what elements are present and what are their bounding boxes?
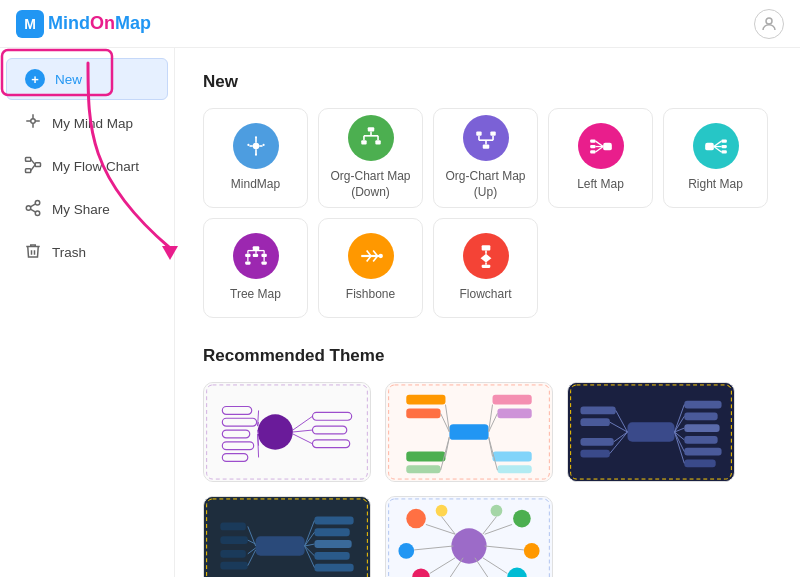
map-card-mindmap[interactable]: MindMap [203, 108, 308, 208]
org-chart-up-label: Org-Chart Map (Up) [434, 169, 537, 200]
map-card-left-map[interactable]: Left Map [548, 108, 653, 208]
svg-line-46 [713, 141, 721, 146]
svg-point-13 [35, 211, 40, 216]
layout: + New My Mind Map [0, 48, 800, 577]
svg-rect-118 [684, 459, 715, 467]
map-grid: MindMap Org-Chart Map(Down) [203, 108, 772, 318]
left-map-icon [578, 123, 624, 169]
svg-rect-117 [684, 448, 721, 456]
svg-rect-43 [721, 145, 726, 148]
svg-rect-30 [490, 132, 495, 136]
svg-rect-121 [580, 438, 613, 446]
theme-card-2[interactable] [385, 382, 553, 482]
svg-line-41 [595, 147, 603, 152]
map-card-org-chart-down[interactable]: Org-Chart Map(Down) [318, 108, 423, 208]
svg-line-10 [31, 165, 36, 171]
svg-point-157 [406, 509, 426, 529]
map-card-flowchart[interactable]: Flowchart [433, 218, 538, 318]
theme-preview-1 [204, 383, 370, 481]
sidebar-item-flow-chart[interactable]: My Flow Chart [6, 146, 168, 187]
sidebar-item-mind-map[interactable]: My Mind Map [6, 102, 168, 144]
svg-rect-98 [406, 452, 445, 462]
theme-card-4[interactable] [203, 496, 371, 577]
svg-rect-143 [220, 550, 245, 558]
svg-rect-54 [261, 262, 266, 265]
theme-preview-4 [204, 497, 370, 577]
org-chart-down-label: Org-Chart Map(Down) [330, 169, 410, 200]
svg-rect-29 [476, 132, 481, 136]
sidebar-item-flow-chart-label: My Flow Chart [52, 159, 139, 174]
svg-rect-8 [26, 169, 31, 173]
svg-rect-6 [26, 158, 31, 162]
svg-rect-137 [314, 528, 349, 536]
svg-rect-69 [481, 265, 490, 268]
svg-point-66 [378, 254, 382, 258]
theme-preview-5 [386, 497, 552, 577]
user-avatar-icon[interactable] [754, 9, 784, 39]
sidebar-item-share[interactable]: My Share [6, 189, 168, 230]
logo: M MindOnMap [16, 10, 151, 38]
svg-rect-42 [721, 140, 726, 143]
theme-card-5[interactable] [385, 496, 553, 577]
fishbone-label: Fishbone [346, 287, 395, 303]
svg-point-164 [491, 505, 503, 517]
svg-point-1 [31, 119, 36, 124]
map-card-org-chart-up[interactable]: Org-Chart Map (Up) [433, 108, 538, 208]
svg-point-158 [513, 510, 531, 528]
svg-point-11 [35, 201, 40, 206]
svg-rect-139 [314, 552, 349, 560]
svg-rect-114 [684, 412, 717, 420]
right-map-icon [693, 123, 739, 169]
sidebar-item-trash-label: Trash [52, 245, 86, 260]
theme-card-3[interactable] [567, 382, 735, 482]
svg-rect-44 [721, 151, 726, 154]
svg-rect-144 [220, 562, 247, 570]
svg-rect-112 [627, 422, 674, 442]
theme-grid [203, 382, 772, 577]
svg-rect-136 [314, 517, 353, 525]
svg-rect-120 [580, 418, 609, 426]
svg-point-16 [252, 143, 259, 150]
svg-rect-37 [590, 151, 595, 154]
svg-rect-21 [367, 128, 374, 132]
sidebar-item-new-label: New [55, 72, 82, 87]
svg-rect-116 [684, 436, 717, 444]
svg-rect-52 [261, 254, 266, 257]
svg-point-159 [398, 543, 414, 559]
svg-rect-93 [449, 424, 488, 440]
flowchart-icon [463, 233, 509, 279]
svg-rect-45 [705, 143, 714, 151]
org-chart-down-icon [348, 115, 394, 161]
sidebar-item-trash[interactable]: Trash [6, 232, 168, 273]
theme-card-1[interactable] [203, 382, 371, 482]
fishbone-icon [348, 233, 394, 279]
org-chart-up-icon [463, 115, 509, 161]
recommended-section-title: Recommended Theme [203, 346, 772, 366]
plus-icon: + [25, 69, 45, 89]
sidebar-item-mind-map-label: My Mind Map [52, 116, 133, 131]
sidebar-item-share-label: My Share [52, 202, 110, 217]
svg-rect-38 [603, 143, 612, 151]
svg-rect-7 [35, 163, 40, 167]
tree-map-label: Tree Map [230, 287, 281, 303]
map-card-tree-map[interactable]: Tree Map [203, 218, 308, 318]
svg-line-14 [30, 209, 35, 212]
svg-rect-51 [252, 254, 257, 257]
trash-icon [24, 242, 42, 263]
svg-rect-94 [406, 395, 445, 405]
right-map-label: Right Map [688, 177, 743, 193]
svg-point-74 [258, 414, 293, 449]
svg-rect-140 [314, 564, 353, 572]
map-card-right-map[interactable]: Right Map [663, 108, 768, 208]
svg-rect-22 [361, 141, 366, 145]
svg-rect-36 [590, 145, 595, 148]
svg-rect-122 [580, 450, 609, 458]
theme-preview-3 [568, 383, 734, 481]
svg-line-15 [30, 204, 35, 207]
sidebar-item-new[interactable]: + New [6, 58, 168, 100]
svg-line-39 [595, 141, 603, 146]
map-card-fishbone[interactable]: Fishbone [318, 218, 423, 318]
svg-rect-95 [493, 395, 532, 405]
flow-chart-icon [24, 156, 42, 177]
svg-rect-28 [482, 145, 489, 149]
